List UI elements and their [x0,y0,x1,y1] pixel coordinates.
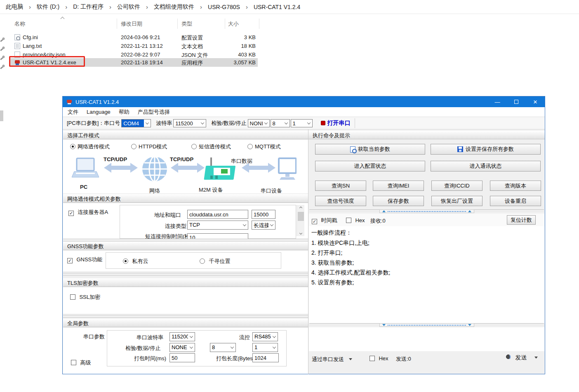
radio-private-cloud[interactable]: 私有云 [123,257,148,265]
flow-select[interactable]: RS485 [252,332,278,341]
chevron-right-icon: › [65,3,67,10]
column-divider[interactable] [177,19,178,29]
query-version-button[interactable]: 查询版本 [490,181,541,191]
radio-net-transparent[interactable]: 网络透传模式 [70,143,131,150]
send-button[interactable]: 发送 [506,354,538,361]
column-header-size[interactable]: 大小 [228,20,239,28]
file-date: 2024-03-06 9:21 [121,34,160,40]
query-iccid-button[interactable]: 查询ICCID [431,181,482,191]
menu-language[interactable]: Language [82,109,115,115]
splitter-horizontal[interactable] [309,209,544,213]
splitter-handle[interactable] [379,209,474,213]
close-button[interactable]: ✕ [526,96,545,107]
table-row[interactable]: Lang.txt 2022-11-21 13:12 文本文档 18 KB [9,42,258,50]
stopbits-select[interactable]: 1 [291,119,313,127]
column-divider[interactable] [117,19,117,29]
breadcrumb-item[interactable]: USR-CAT1 V1.2.4 [254,4,300,10]
scrollbar-thumb[interactable] [298,212,304,221]
send-via-dropdown[interactable]: 通过串口发送 [312,355,352,363]
close-icon: ✕ [533,99,538,105]
maximize-button[interactable] [507,96,526,107]
scrollbar-fragment[interactable] [0,110,3,121]
reset-counter-button[interactable]: 复位计数 [507,215,536,225]
breadcrumb-item[interactable]: 软件 (D:) [37,3,59,11]
receive-hex-checkbox[interactable]: Hex [346,216,365,224]
set-save-all-button[interactable]: 设置并保存所有参数 [431,144,541,155]
column-header-name[interactable]: 名称 [14,20,25,28]
pack-time-input[interactable] [169,353,195,362]
enter-config-button[interactable]: 进入配置状态 [315,161,425,171]
parity-select[interactable]: NONI [248,119,270,127]
column-divider[interactable] [225,19,225,29]
server-a-checkbox[interactable]: ✓ 连接服务器A [68,208,108,216]
global-stopbits-select[interactable]: 1 [252,343,278,352]
server-address-input[interactable] [187,210,248,219]
send-input[interactable] [309,327,544,351]
radio-selected-icon [123,258,128,264]
radio-sms-transparent[interactable]: 短信透传模式 [191,143,247,150]
menu-file[interactable]: 文件 [64,108,82,116]
radio-selected-icon [70,144,75,149]
file-size: 18 KB [241,43,256,49]
breadcrumb-item[interactable]: USR-G780S [208,4,240,10]
column-divider[interactable] [259,19,259,29]
get-params-button[interactable]: 获取当前参数 [315,144,425,155]
conn-type-select[interactable]: TCP [187,221,248,230]
global-baud-select[interactable]: 115200 [169,332,195,341]
radio-qianxun[interactable]: 千寻位置 [200,257,230,265]
diagram-link1-label: TCP/UDP [104,156,127,162]
open-port-button[interactable]: 打开串口 [327,120,351,127]
breadcrumb: 此电脑 › 软件 (D:) › D: 工作程序 › 公司软件 › 文档组使用软件… [6,0,300,14]
scroll-down-icon[interactable] [297,230,305,236]
column-header-date[interactable]: 修改日期 [121,20,142,28]
query-imei-button[interactable]: 查询IMEI [373,181,424,191]
title-bar[interactable]: USR-CAT1 V1.2.4 — ✕ [63,96,545,107]
minimize-button[interactable]: — [488,96,507,107]
guide-step: 2. 打开串口; [311,249,342,257]
pin-icon [0,66,4,69]
databits-select[interactable]: 8 [271,119,290,127]
breadcrumb-item[interactable]: 此电脑 [6,3,23,11]
sort-ascending-icon[interactable] [61,17,64,21]
factory-reset-button[interactable]: 恢复出厂设置 [431,196,482,206]
send-hex-checkbox[interactable]: Hex [370,354,388,362]
server-port-input[interactable] [252,210,275,219]
baud-select[interactable]: 115200 [173,119,206,127]
menu-help[interactable]: 帮助 [115,108,134,116]
breadcrumb-item[interactable]: 文档组使用软件 [154,3,194,11]
triangle-down-icon [468,324,471,326]
query-sn-button[interactable]: 查询SN [315,181,366,191]
enter-comm-button[interactable]: 进入通讯状态 [431,161,541,171]
radio-httpd[interactable]: HTTPD模式 [131,143,191,150]
splitter-handle[interactable] [379,323,474,327]
com-port-select[interactable]: COM4 [121,119,151,127]
splitter-horizontal[interactable] [309,323,544,327]
timestamp-checkbox[interactable]: ✓ 时间戳 [312,216,337,224]
radio-icon [247,144,253,149]
device-reboot-button[interactable]: 设备重启 [490,196,541,206]
global-parity-select[interactable]: NONE [169,343,195,352]
net-params-scrollbar[interactable] [297,205,304,236]
breadcrumb-item[interactable]: D: 工作程序 [73,3,104,11]
breadcrumb-item[interactable]: 公司软件 [117,3,140,11]
save-params-button[interactable]: 保存参数 [373,196,424,206]
advanced-checkbox[interactable]: 高级 [71,359,91,366]
global-databits-select[interactable]: 8 [210,343,236,352]
query-signal-button[interactable]: 查信号强度 [315,196,366,206]
radio-mqtt[interactable]: MQTT模式 [247,143,281,150]
pack-len-input[interactable] [252,353,279,362]
app-logo-icon [66,99,72,105]
short-conn-input[interactable] [187,233,248,239]
column-header-type[interactable]: 类型 [181,20,192,28]
file-type: 应用程序 [181,59,203,67]
tls-header: TLS加密参数 [63,278,308,287]
ssl-checkbox[interactable]: SSL加密 [70,293,100,301]
table-row[interactable]: Cfg.ini 2024-03-06 9:21 配置设置 3 KB [9,33,258,42]
conn-type-label: 连接类型 [165,223,186,230]
gnss-enable-checkbox[interactable]: ✓ GNSS功能 [67,256,102,263]
keepalive-select[interactable]: 长连接 [252,221,275,230]
chevron-down-icon [199,120,206,127]
search-doc-icon [350,146,355,153]
scroll-up-icon[interactable] [297,205,305,211]
menu-product-select[interactable]: 产品型号选择 [134,108,174,116]
